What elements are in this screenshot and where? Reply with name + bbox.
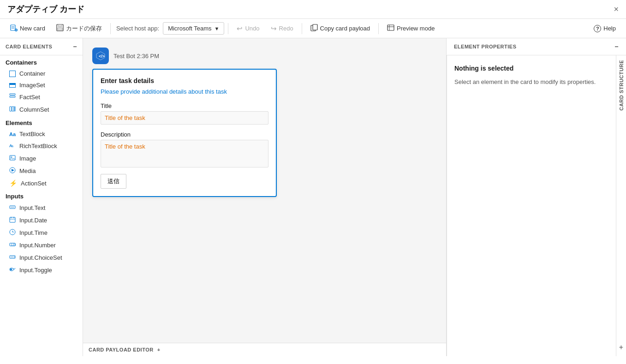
section-inputs: Inputs (0, 189, 83, 202)
imageset-icon (9, 83, 16, 88)
save-button[interactable]: カードの保存 (52, 22, 107, 35)
copy-icon (310, 24, 318, 33)
preview-icon (387, 24, 394, 33)
inputdate-icon (9, 216, 16, 224)
sidebar-header: CARD ELEMENTS − (0, 38, 83, 55)
host-label: Select host app: (114, 25, 161, 32)
inputtext-label: Input.Text (19, 204, 45, 211)
help-icon: ? (594, 25, 601, 32)
help-button[interactable]: ? Help (589, 23, 620, 35)
inputnumber-icon: 123 (9, 241, 16, 249)
close-button[interactable]: × (614, 5, 619, 14)
bot-name: Test Bot 2:36 PM (113, 53, 159, 60)
preview-mode-button[interactable]: Preview mode (382, 22, 439, 35)
toolbar: New card カードの保存 Select host app: Microso… (0, 19, 626, 38)
adaptive-card[interactable]: Enter task details Please provide additi… (92, 69, 277, 197)
svg-point-39 (10, 269, 12, 270)
card-elements-label: CARD ELEMENTS (6, 44, 52, 49)
sidebar-item-textblock[interactable]: Aa TextBlock (0, 128, 83, 140)
svg-rect-10 (313, 24, 317, 30)
element-properties-header: ELEMENT PROPERTIES − (447, 38, 626, 55)
columnset-icon (9, 106, 16, 113)
payload-editor-plus-icon[interactable]: + (157, 347, 161, 352)
nothing-selected-desc: Select an element in the card to modify … (454, 78, 608, 87)
inputtime-label: Input.Time (19, 229, 48, 236)
new-card-button[interactable]: New card (6, 22, 50, 35)
sidebar-item-image[interactable]: Image (0, 152, 83, 165)
svg-rect-11 (388, 25, 394, 30)
svg-rect-17 (12, 107, 14, 111)
svg-point-22 (11, 156, 12, 158)
card-payload-editor-bar: CARD PAYLOAD EDITOR + (83, 343, 446, 356)
sidebar-item-richtextblock[interactable]: Aa RichTextBlock (0, 140, 83, 152)
sidebar-item-factset[interactable]: FactSet (0, 91, 83, 103)
redo-button[interactable]: ↪ Redo (266, 22, 298, 35)
svg-rect-14 (10, 94, 15, 95)
inputchoiceset-icon (9, 254, 16, 262)
sidebar: CARD ELEMENTS − Containers Container Ima… (0, 38, 83, 356)
container-icon (9, 71, 16, 77)
help-label: Help (603, 25, 616, 32)
new-card-label: New card (20, 25, 45, 32)
element-properties-minimize-icon[interactable]: − (614, 43, 619, 50)
card-submit-button[interactable]: 送信 (101, 174, 126, 189)
card-heading: Enter task details (101, 77, 268, 84)
divider-2 (228, 23, 228, 34)
svg-rect-21 (10, 155, 15, 160)
preview-mode-label: Preview mode (397, 25, 435, 32)
host-value: Microsoft Teams (168, 25, 211, 32)
imageset-label: ImageSet (19, 82, 45, 89)
copy-payload-button[interactable]: Copy card payload (306, 22, 375, 35)
main-layout: CARD ELEMENTS − Containers Container Ima… (0, 38, 626, 356)
actionset-icon: ⚡ (9, 179, 17, 187)
bot-header: </> Test Bot 2:36 PM (92, 48, 159, 64)
sidebar-item-inputtext[interactable]: Input.Text (0, 202, 83, 214)
actionset-label: ActionSet (21, 180, 47, 187)
media-label: Media (19, 167, 36, 174)
element-properties-content: Nothing is selected Select an element in… (447, 55, 616, 96)
new-card-icon (10, 24, 18, 33)
card-desc-textarea[interactable]: Title of the task (101, 140, 268, 167)
sidebar-item-imageset[interactable]: ImageSet (0, 79, 83, 91)
image-label: Image (19, 155, 36, 162)
svg-rect-16 (10, 107, 12, 111)
sidebar-item-inputnumber[interactable]: 123 Input.Number (0, 239, 83, 251)
sidebar-item-inputchoiceset[interactable]: Input.ChoiceSet (0, 251, 83, 264)
inputtoggle-label: Input.Toggle (19, 267, 52, 274)
element-properties-label: ELEMENT PROPERTIES (454, 44, 517, 49)
svg-rect-7 (58, 24, 62, 27)
card-payload-editor-label: CARD PAYLOAD EDITOR (89, 347, 154, 352)
richtextblock-icon: Aa (9, 142, 16, 150)
bottom-section: CARD PAYLOAD EDITOR + (83, 343, 446, 356)
sidebar-item-actionset[interactable]: ⚡ ActionSet (0, 177, 83, 189)
sidebar-item-inputtoggle[interactable]: Input.Toggle (0, 264, 83, 276)
undo-button[interactable]: ↩ Undo (232, 22, 264, 35)
undo-label: Undo (245, 25, 259, 32)
svg-rect-18 (14, 107, 15, 111)
app-title: アダプティブ カード (7, 4, 84, 15)
minimize-icon[interactable]: − (73, 43, 77, 50)
right-panel-wrap: Nothing is selected Select an element in… (447, 55, 626, 356)
sidebar-item-inputdate[interactable]: Input.Date (0, 214, 83, 227)
factset-icon (9, 93, 16, 101)
sidebar-item-media[interactable]: Media (0, 165, 83, 177)
sidebar-item-container[interactable]: Container (0, 68, 83, 79)
redo-label: Redo (279, 25, 293, 32)
bot-avatar: </> (92, 48, 109, 64)
container-label: Container (19, 70, 45, 77)
inputtoggle-icon (9, 266, 16, 274)
host-selector[interactable]: Microsoft Teams ▼ (163, 22, 224, 35)
save-label: カードの保存 (66, 24, 102, 33)
svg-rect-15 (10, 96, 15, 97)
title-bar: アダプティブ カード × (0, 0, 626, 19)
svg-rect-0 (11, 25, 15, 30)
svg-rect-8 (58, 28, 62, 30)
card-structure-plus-icon[interactable]: + (619, 343, 623, 352)
sidebar-item-columnset[interactable]: ColumnSet (0, 103, 83, 116)
nothing-selected-title: Nothing is selected (454, 65, 608, 72)
card-structure-tab[interactable]: CARD STRUCTURE + (616, 55, 626, 356)
sidebar-item-inputtime[interactable]: Input.Time (0, 227, 83, 239)
inputnumber-label: Input.Number (19, 242, 56, 249)
card-title-input[interactable]: Title of the task (101, 111, 268, 125)
svg-marker-24 (12, 169, 14, 172)
